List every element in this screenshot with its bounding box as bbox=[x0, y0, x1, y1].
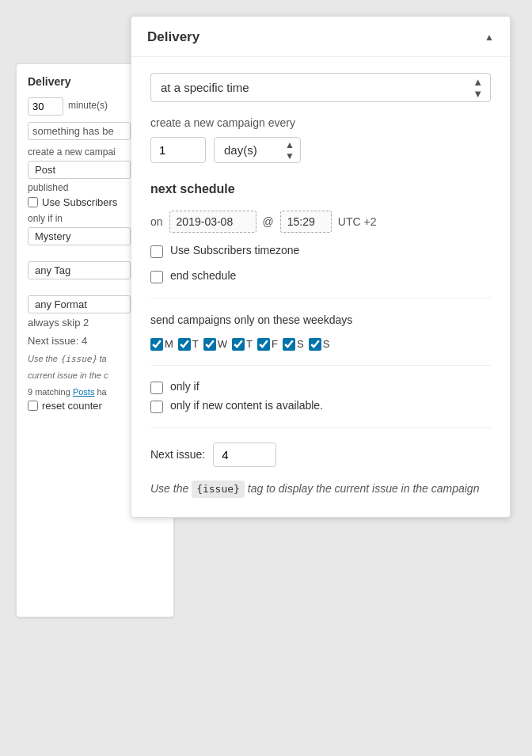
next-issue-input[interactable] bbox=[213, 443, 276, 467]
end-schedule-label: end schedule bbox=[170, 269, 236, 282]
divider-1 bbox=[150, 298, 491, 298]
bg-tag-any-tag[interactable]: any Tag bbox=[28, 261, 131, 279]
delivery-type-select[interactable]: at a specific time immediately at a spec… bbox=[150, 73, 491, 102]
issue-tag: {issue} bbox=[192, 481, 245, 499]
weekday-wednesday-check[interactable] bbox=[203, 338, 216, 351]
bg-always-skip-label: always skip bbox=[28, 317, 80, 329]
weekdays-label: send campaigns only on these weekdays bbox=[150, 313, 491, 329]
bg-next-issue-label: Next issue: bbox=[28, 335, 78, 347]
only-if-check[interactable] bbox=[150, 382, 163, 394]
main-card-body: at a specific time immediately at a spec… bbox=[131, 57, 510, 517]
bg-use-issue-text1: Use the bbox=[28, 354, 58, 363]
weekday-tuesday: T bbox=[178, 338, 199, 351]
campaign-unit-wrapper: day(s) week(s) month(s) ▲▼ bbox=[214, 137, 301, 163]
weekday-wednesday-label: W bbox=[218, 338, 227, 350]
next-schedule-heading: next schedule bbox=[150, 182, 491, 196]
bg-matching-count: 9 matching bbox=[28, 387, 70, 397]
campaign-unit-select[interactable]: day(s) week(s) month(s) bbox=[214, 137, 301, 163]
bg-matching-suffix: ha bbox=[97, 387, 106, 397]
end-schedule-row: end schedule bbox=[150, 269, 491, 283]
only-if-new-content-label: only if new content is available. bbox=[170, 399, 323, 412]
divider-3 bbox=[150, 427, 491, 428]
weekday-monday-label: M bbox=[165, 338, 173, 350]
weekday-sunday-check[interactable] bbox=[309, 338, 321, 351]
main-delivery-card: Delivery ▲ at a specific time immediatel… bbox=[131, 16, 511, 518]
issue-desc-part2: tag to display the current issue in the … bbox=[248, 482, 480, 495]
delivery-type-wrapper: at a specific time immediately at a spec… bbox=[150, 73, 491, 102]
only-if-new-content-check[interactable] bbox=[150, 401, 163, 413]
weekday-friday: F bbox=[257, 338, 278, 351]
main-card-title: Delivery bbox=[147, 29, 200, 45]
weekday-sunday: S bbox=[309, 338, 330, 351]
divider-2 bbox=[150, 365, 491, 366]
bg-use-subscribers-label: Use Subscribers bbox=[42, 196, 117, 208]
end-schedule-check[interactable] bbox=[150, 271, 163, 283]
schedule-datetime-row: on @ UTC +2 bbox=[150, 211, 491, 233]
issue-description: Use the {issue} tag to display the curre… bbox=[150, 480, 491, 499]
weekday-tuesday-label: T bbox=[192, 338, 199, 350]
weekday-wednesday: W bbox=[203, 338, 227, 351]
bg-minute-unit: minute(s) bbox=[68, 100, 108, 111]
next-issue-label: Next issue: bbox=[150, 448, 205, 461]
use-subscribers-timezone-label: Use Subscribers timezone bbox=[170, 244, 299, 256]
schedule-date-input[interactable] bbox=[169, 211, 256, 233]
use-subscribers-timezone-row: Use Subscribers timezone bbox=[150, 244, 491, 258]
use-subscribers-timezone-check[interactable] bbox=[150, 245, 163, 258]
bg-minute-input[interactable] bbox=[28, 97, 63, 116]
bg-tag-any-format[interactable]: any Format bbox=[28, 295, 131, 313]
only-if-label: only if bbox=[170, 380, 200, 393]
bg-always-skip-value: 2 bbox=[83, 317, 89, 329]
bg-post-type[interactable]: Post bbox=[28, 161, 131, 179]
bg-use-subscribers-check[interactable] bbox=[28, 197, 38, 207]
campaign-every-input[interactable] bbox=[150, 137, 206, 163]
weekday-thursday-label: T bbox=[246, 338, 253, 350]
bg-use-issue-text2: ta bbox=[99, 354, 106, 363]
weekday-thursday: T bbox=[232, 338, 253, 351]
bg-next-issue-value: 4 bbox=[82, 335, 87, 347]
bg-matching-link[interactable]: Posts bbox=[73, 387, 95, 397]
campaign-every-row: day(s) week(s) month(s) ▲▼ bbox=[150, 137, 491, 163]
weekday-thursday-check[interactable] bbox=[232, 338, 245, 351]
weekday-saturday-check[interactable] bbox=[283, 338, 295, 351]
weekday-monday-check[interactable] bbox=[150, 338, 163, 351]
at-label: @ bbox=[263, 215, 274, 228]
only-if-new-content-row: only if new content is available. bbox=[150, 399, 491, 413]
main-card-header: Delivery ▲ bbox=[131, 17, 510, 57]
collapse-icon[interactable]: ▲ bbox=[484, 32, 494, 43]
weekday-sunday-label: S bbox=[323, 338, 330, 350]
bg-reset-counter-check[interactable] bbox=[28, 401, 38, 411]
campaign-every-label: create a new campaign every bbox=[150, 116, 491, 129]
weekday-monday: M bbox=[150, 338, 173, 351]
timezone-label: UTC +2 bbox=[338, 215, 377, 228]
only-if-row: only if bbox=[150, 380, 491, 394]
weekdays-row: M T W T F S S bbox=[150, 338, 491, 351]
bg-something-input[interactable] bbox=[28, 122, 131, 140]
schedule-time-input[interactable] bbox=[280, 211, 332, 233]
bg-issue-code: {issue} bbox=[60, 354, 97, 364]
bg-tag-mystery[interactable]: Mystery bbox=[28, 227, 131, 245]
weekday-friday-check[interactable] bbox=[257, 338, 270, 351]
bg-reset-counter-label: reset counter bbox=[42, 400, 102, 412]
weekday-saturday: S bbox=[283, 338, 304, 351]
next-issue-row: Next issue: bbox=[150, 443, 491, 467]
issue-desc-part1: Use the bbox=[150, 482, 188, 495]
weekday-tuesday-check[interactable] bbox=[178, 338, 191, 351]
weekday-saturday-label: S bbox=[297, 338, 304, 350]
weekday-friday-label: F bbox=[272, 338, 278, 350]
on-label: on bbox=[150, 215, 163, 228]
bg-current-issue-text: current issue in the c bbox=[28, 370, 108, 380]
